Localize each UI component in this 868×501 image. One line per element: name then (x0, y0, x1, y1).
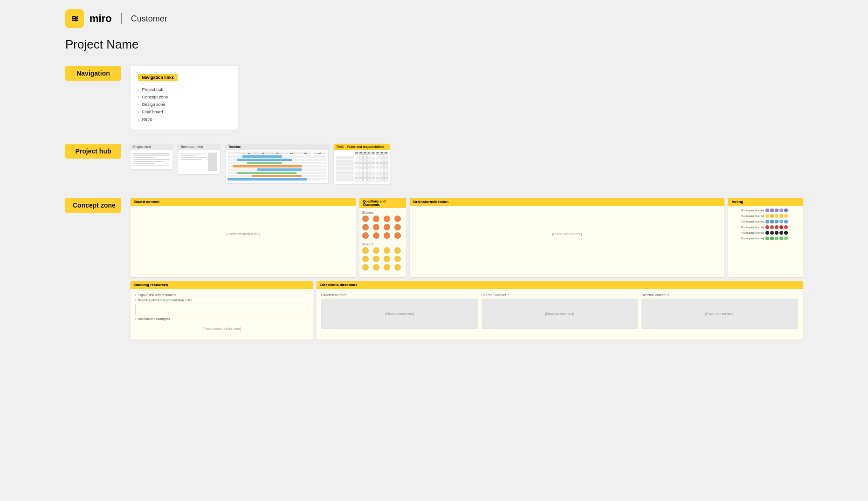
concept-bottom-row: Building resources › Sign-in link with r… (131, 281, 803, 340)
brief-card-header: Brief document (178, 144, 220, 150)
dot (373, 224, 379, 230)
nav-link-5[interactable]: › Retro (138, 116, 230, 123)
dot (373, 256, 379, 262)
brainstorm-placeholder: [Place ideas here] (552, 232, 582, 236)
project-card-body (131, 150, 172, 169)
gantt-body: w1 w2 w3 w4 w5 w6 (226, 150, 328, 183)
client-name: Customer (131, 14, 167, 24)
project-card: Project card (131, 144, 172, 169)
orange-dots (362, 216, 403, 239)
dot (384, 224, 390, 230)
voting-row-3: [Participant Name] (731, 220, 800, 223)
timeline-card: Timeline w1 w2 w3 w4 w5 w6 (226, 144, 328, 183)
brief-card-body (178, 150, 220, 174)
dot (394, 264, 401, 271)
dot (373, 264, 379, 271)
navigation-card: Navigation links › Project hub › Concept… (131, 66, 238, 130)
concept-top-row: Board content [Paste content here] Quest… (131, 198, 803, 277)
direction-box-1: [Place content here] (321, 299, 478, 329)
dot (362, 247, 369, 254)
navigation-section: Navigation Navigation links › Project hu… (65, 66, 803, 130)
dot (362, 256, 369, 262)
nav-link-3[interactable]: › Design zone (138, 101, 230, 108)
brainstorm-header: Brainstorm/Ideation (410, 198, 725, 206)
direction-item-1: Direction number 1 [Place content here] (321, 293, 478, 329)
dot (394, 216, 401, 222)
dot (394, 247, 401, 254)
raci-card: RACI - Roles and responsibilities P1 P2 … (334, 144, 390, 184)
project-hub-content: Project card Brief document (131, 144, 803, 184)
dot (373, 216, 379, 222)
brainstorm-card: Brainstorm/Ideation [Place ideas here] (410, 198, 725, 277)
arrow-icon: › (138, 88, 139, 92)
dot (384, 247, 390, 254)
nav-link-2[interactable]: › Concept zone (138, 93, 230, 101)
stickers-label: Stickers (362, 211, 403, 214)
dot (394, 224, 401, 230)
page-title: Project Name (0, 37, 868, 61)
arrow-icon: › (138, 118, 139, 122)
dot (373, 247, 379, 254)
dot (362, 216, 369, 222)
raci-header: RACI - Roles and responsibilities (334, 144, 390, 150)
resource-inspiration: › Inspiration / examples (135, 317, 308, 320)
arrow-icon: › (138, 95, 139, 99)
voting-row-2: [Participant Name] (731, 214, 800, 218)
direction-label-3: Direction number 3 (641, 293, 798, 297)
dot (362, 232, 369, 239)
board-content-placeholder: [Paste content here] (226, 232, 260, 236)
dot (362, 224, 369, 230)
direction-label-2: Direction number 2 (482, 293, 638, 297)
dot (384, 264, 390, 271)
main-content: Navigation Navigation links › Project hu… (0, 66, 868, 340)
project-hub-section: Project hub Project card (65, 144, 803, 184)
nav-card-title: Navigation links (138, 74, 178, 81)
dot (394, 256, 401, 262)
board-content-body: [Paste content here] (131, 206, 356, 262)
navigation-label: Navigation (65, 66, 121, 81)
timeline-header: Timeline (226, 144, 328, 150)
direction-body: Direction number 1 [Place content here] … (317, 289, 803, 334)
resource-link-1: › Sign-in link with resources (135, 293, 308, 297)
header: ≋ miro Customer (0, 0, 868, 37)
raci-table: P1 P2 P3 P4 P5 P6 P7 P8 (334, 150, 390, 184)
direction-label-1: Direction number 1 (321, 293, 478, 297)
building-resources-card: Building resources › Sign-in link with r… (131, 281, 313, 340)
voting-row-4: [Participant Name] (731, 225, 800, 229)
dot (394, 232, 401, 239)
building-resources-header: Building resources (131, 281, 313, 289)
dot (384, 232, 390, 239)
dot (384, 256, 390, 262)
navigation-content: Navigation links › Project hub › Concept… (131, 66, 803, 130)
questions-header: Questions and Comments (359, 198, 406, 208)
miro-logo-icon: ≋ (65, 9, 84, 28)
concept-zone-label: Concept zone (65, 198, 121, 213)
direction-box-2: [Place content here] (482, 299, 638, 329)
direction-box-3: [Place content here] (641, 299, 798, 329)
direction-header: Directions/directions (317, 281, 803, 289)
dot (384, 216, 390, 222)
voting-card: Voting [Participant Name] (728, 198, 803, 277)
voting-row-1: [Participant Name] (731, 209, 800, 212)
project-card-header: Project card (131, 144, 172, 150)
brief-card: Brief document (178, 144, 220, 174)
voting-row-6: [Participant Name] (731, 237, 800, 240)
arrow-icon: › (138, 103, 139, 107)
voting-row-5: [Participant Name] (731, 231, 800, 235)
questions-card: Questions and Comments Stickers (359, 198, 406, 277)
direction-item-2: Direction number 2 [Place content here] (482, 293, 638, 329)
voting-header: Voting (728, 198, 803, 206)
dot (362, 264, 369, 271)
yellow-dots (362, 247, 403, 271)
project-hub-cards: Project card Brief document (131, 144, 803, 184)
dot (373, 232, 379, 239)
nav-link-1[interactable]: › Project hub (138, 86, 230, 93)
board-content-card: Board content [Paste content here] (131, 198, 356, 277)
questions-body: Stickers (359, 208, 406, 277)
arrow-icon: › (138, 110, 139, 114)
logo-text: miro (90, 13, 112, 25)
board-content-header: Board content (131, 198, 356, 206)
resource-box (135, 304, 308, 315)
direction-card: Directions/directions Direction number 1… (317, 281, 803, 340)
nav-link-4[interactable]: › Final board (138, 108, 230, 116)
